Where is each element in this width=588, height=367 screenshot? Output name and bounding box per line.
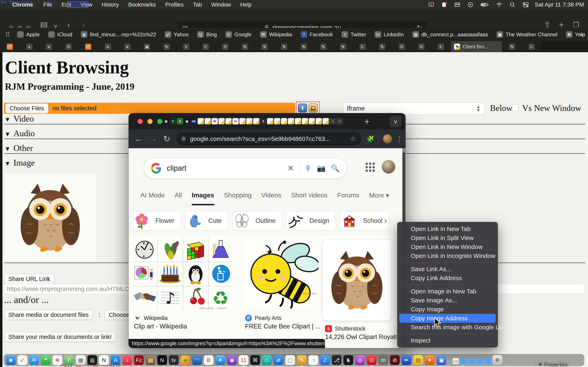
dock-icon[interactable]: ✎ xyxy=(297,355,307,365)
site-settings-icon[interactable]: ⚙ xyxy=(181,136,186,142)
picture-icon[interactable]: 🌄 xyxy=(309,104,318,113)
context-menu-item[interactable]: Open Link in New Tab xyxy=(399,225,496,234)
browser-tab[interactable]: L xyxy=(196,41,216,52)
browser-tab[interactable]: L xyxy=(522,41,541,52)
menu-item[interactable]: Help xyxy=(240,2,252,8)
browser-tab[interactable]: ▲ xyxy=(118,41,137,52)
context-menu-item[interactable]: Open Image in New Tab xyxy=(399,287,496,296)
dock-icon[interactable]: ◇ xyxy=(262,355,272,365)
battery-icon[interactable] xyxy=(480,2,489,8)
chip-flower[interactable]: Flower xyxy=(132,211,181,230)
bookmark-item[interactable]: iCloud xyxy=(48,31,72,38)
dock-icon[interactable] xyxy=(476,358,483,364)
dock-icon[interactable]: ▣ xyxy=(437,355,446,365)
result-image-owl[interactable] xyxy=(322,239,392,321)
dock-icon[interactable]: ⊘ xyxy=(390,355,400,365)
dock-icon[interactable]: ◔ xyxy=(309,355,318,365)
bookmark-item[interactable]: y! Yahoo xyxy=(165,31,189,38)
result1-title[interactable]: Clip art - Wikipedia xyxy=(134,323,187,330)
bookmark-item[interactable]: f Facebook xyxy=(301,31,333,38)
menu-item[interactable]: Bookmarks xyxy=(128,2,156,8)
inner-tab-favicon[interactable] xyxy=(281,118,287,124)
inner-tab-favicon[interactable] xyxy=(267,118,273,124)
mail-app-status-icon[interactable] xyxy=(441,2,447,8)
inner-tab-favicon[interactable]: ✿ xyxy=(212,118,218,124)
result3-title[interactable]: 14,226 Owl Clipart Royalt xyxy=(325,333,397,341)
page-owl-image[interactable] xyxy=(4,173,96,262)
section-audio[interactable]: ▼Audio xyxy=(4,128,35,138)
dock-icon[interactable]: ▭ xyxy=(453,358,459,364)
dock-icon[interactable]: O xyxy=(367,355,376,365)
browser-tab[interactable]: ● xyxy=(176,41,196,52)
browser-tab[interactable]: 6 xyxy=(216,41,235,52)
dock-icon[interactable]: ♽ xyxy=(493,355,502,365)
play-status-icon[interactable] xyxy=(467,2,474,8)
browser-tab[interactable]: ✎ xyxy=(255,41,274,52)
dock-icon[interactable]: ▤ xyxy=(146,355,155,365)
inner-tab-favicon[interactable]: ◓ xyxy=(337,118,343,124)
inner-tab-favicon[interactable] xyxy=(309,118,315,124)
section-image[interactable]: ▼Image xyxy=(4,158,35,167)
search-query-text[interactable]: clipart xyxy=(167,164,287,173)
inner-tab-favicon[interactable] xyxy=(246,118,252,124)
chip-school[interactable]: School xyxy=(340,211,389,230)
menu-item[interactable]: History xyxy=(102,2,119,8)
dock-icon[interactable]: ◉ xyxy=(227,355,237,365)
inner-tab-favicon[interactable]: C xyxy=(170,118,176,124)
browser-tab[interactable]: ✎ xyxy=(502,41,522,52)
inner-tab-favicon[interactable]: bb xyxy=(191,118,197,124)
inner-address-bar[interactable]: ⚙ google.com/search?sca_esv=5e9bb948607c… xyxy=(176,132,361,146)
context-menu-item[interactable]: Copy Image xyxy=(399,305,496,314)
browser-tab[interactable]: ✎ xyxy=(372,41,392,52)
inner-new-tab-icon[interactable]: + xyxy=(364,117,370,127)
google-apps-icon[interactable] xyxy=(365,162,375,172)
share-media-button[interactable]: Share media or document files xyxy=(4,310,93,320)
section-video[interactable]: ▼Video xyxy=(4,114,34,124)
dock-icon[interactable]: ▦ xyxy=(87,355,97,365)
dock-icon[interactable]: ⎇ xyxy=(332,355,342,365)
result2-title[interactable]: FREE Cute Bee Clipart | ... xyxy=(245,323,320,330)
result-image-collage[interactable]: ♪ ♻ clipart collage — wikipedia xyxy=(132,238,234,310)
context-menu-item[interactable]: Copy Link Address xyxy=(399,274,496,283)
bookmark-item[interactable]: Q Bing xyxy=(197,31,217,38)
inner-tab-favicon[interactable] xyxy=(274,118,280,124)
dock-icon[interactable]: ☻ xyxy=(6,355,16,365)
menu-item[interactable]: Profiles xyxy=(165,2,183,8)
share-submit-button[interactable]: Share your media or documents or link! xyxy=(4,332,116,342)
dock-icon[interactable]: ♞ xyxy=(343,355,353,365)
dock-icon[interactable]: ✦ xyxy=(215,355,225,365)
browser-tab[interactable]: G xyxy=(392,41,412,52)
bookmark-item[interactable]: t Twitter xyxy=(342,31,366,38)
dock-icon[interactable]: A xyxy=(111,355,121,365)
dock-icon[interactable]: ◎ xyxy=(355,355,365,365)
chrome-menu-icon[interactable]: ⋮ xyxy=(396,135,403,143)
result3-source[interactable]: S Shutterstock xyxy=(325,325,365,332)
dock-icon[interactable] xyxy=(461,358,467,364)
search-icon[interactable]: 🔍 xyxy=(331,164,339,172)
chips-scroll-arrow[interactable]: › xyxy=(384,216,387,225)
inner-tab-favicon[interactable] xyxy=(198,118,204,124)
lens-search-icon[interactable]: 📷 xyxy=(317,164,325,172)
apps-grid-icon[interactable]: ⠿ xyxy=(5,31,10,38)
dock-icon[interactable]: tv xyxy=(169,355,179,365)
extensions-icon[interactable]: 🧩 xyxy=(367,135,374,142)
context-menu-item[interactable]: Search this image with Google Lens xyxy=(399,323,496,332)
result-tab[interactable]: AI Mode xyxy=(140,192,165,205)
choose-files-button[interactable]: Choose Files xyxy=(5,103,48,113)
inner-tab-favicon[interactable] xyxy=(288,118,294,124)
dock-icon[interactable]: 11 xyxy=(239,355,249,365)
context-menu-item[interactable]: Save Image As... xyxy=(399,296,496,305)
dock-icon[interactable]: ♪ xyxy=(122,355,132,365)
inner-tab-search-icon[interactable]: ∨ xyxy=(389,116,401,127)
browser-tab[interactable]: ▲ xyxy=(39,41,59,52)
inner-tab-favicon[interactable] xyxy=(295,118,301,124)
menu-item[interactable]: Tab xyxy=(193,2,202,8)
bookmark-item[interactable]: ▦ The Weather Channel xyxy=(497,31,557,38)
inner-tab-favicon[interactable] xyxy=(323,118,329,124)
dock-icon[interactable]: B xyxy=(204,355,214,365)
result-tab[interactable]: More ▾ xyxy=(369,192,389,205)
browser-tab[interactable]: ▣ xyxy=(137,41,157,52)
browser-tab[interactable]: ▲ xyxy=(20,41,39,52)
spotlight-icon[interactable] xyxy=(509,2,516,8)
browser-tab[interactable]: G xyxy=(59,41,78,52)
